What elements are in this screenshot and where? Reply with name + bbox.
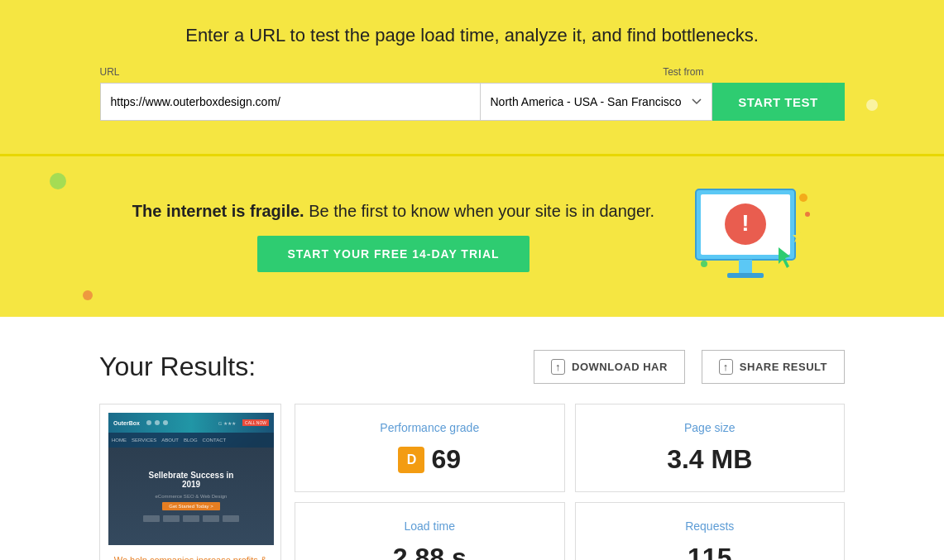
screenshot-footer-text: We help companies	[114, 555, 196, 560]
requests-value: 115	[592, 543, 828, 560]
svg-point-7	[799, 194, 807, 202]
hero-section: Enter a URL to test the page load time, …	[0, 0, 944, 154]
url-form: North America - USA - San Francisco Nort…	[100, 83, 845, 121]
share-result-label: SHARE RESULT	[740, 361, 827, 373]
performance-grade-number: 69	[431, 444, 461, 475]
results-title: Your Results:	[99, 352, 517, 382]
results-grid: OuterBox G ★★★ CALL NOW HOME SERVICES AB…	[99, 404, 845, 560]
svg-text:!: !	[742, 210, 750, 236]
download-har-button[interactable]: ↑ DOWNLOAD HAR	[534, 350, 685, 384]
requests-label: Requests	[592, 519, 828, 533]
deco-dot	[822, 83, 828, 89]
requests-number: 115	[688, 543, 731, 560]
svg-point-8	[805, 212, 810, 217]
screenshot-cta: Get Started Today >	[162, 502, 219, 510]
grade-badge: D	[398, 447, 424, 473]
share-icon: ↑	[719, 359, 733, 375]
screenshot-subtext: eCommerce SEO & Web Design	[156, 494, 228, 499]
location-select[interactable]: North America - USA - San Francisco Nort…	[481, 83, 712, 121]
screenshot-headline: Sellebrate Success in2019	[149, 471, 234, 489]
performance-grade-value: D 69	[312, 444, 548, 475]
screenshot-logos	[143, 515, 239, 522]
screenshot-card: OuterBox G ★★★ CALL NOW HOME SERVICES AB…	[99, 404, 281, 560]
load-time-number: 2.88 s	[393, 543, 467, 560]
screenshot-content: Sellebrate Success in2019 eCommerce SEO …	[108, 448, 274, 545]
load-time-value: 2.88 s	[312, 543, 548, 560]
screenshot-header-bar: OuterBox G ★★★ CALL NOW	[108, 413, 274, 433]
load-time-label: Load time	[312, 519, 548, 533]
banner-headline: The internet is fragile. Be the first to…	[132, 202, 654, 221]
banner-cta-button[interactable]: START YOUR FREE 14-DAY TRIAL	[257, 236, 529, 272]
metrics-grid: Performance grade D 69 Page size 3.4 MB …	[295, 404, 845, 560]
deco-dot	[866, 99, 878, 111]
svg-point-9	[701, 261, 707, 267]
banner-section: The internet is fragile. Be the first to…	[0, 154, 944, 317]
metric-card-performance: Performance grade D 69	[295, 404, 565, 492]
svg-rect-5	[727, 273, 764, 278]
metric-card-loadtime: Load time 2.88 s	[295, 502, 565, 560]
page-size-label: Page size	[592, 421, 828, 434]
metric-card-requests: Requests 115	[575, 502, 846, 560]
banner-headline-bold: The internet is fragile.	[132, 202, 304, 220]
results-header: Your Results: ↑ DOWNLOAD HAR ↑ SHARE RES…	[99, 350, 845, 384]
share-result-button[interactable]: ↑ SHARE RESULT	[702, 350, 845, 384]
url-label: URL	[100, 66, 120, 78]
deco-circle	[50, 173, 66, 189]
hero-title: Enter a URL to test the page load time, …	[17, 25, 927, 46]
monitor-illustration: !	[688, 181, 812, 292]
banner-text: The internet is fragile. Be the first to…	[132, 202, 654, 272]
url-input[interactable]	[100, 83, 481, 121]
test-from-label: Test from	[663, 66, 703, 78]
performance-grade-label: Performance grade	[312, 421, 548, 434]
screenshot-nav: HOME SERVICES ABOUT BLOG CONTACT	[108, 433, 274, 448]
results-section: Your Results: ↑ DOWNLOAD HAR ↑ SHARE RES…	[0, 317, 944, 560]
metric-card-pagesize: Page size 3.4 MB	[575, 404, 846, 492]
deco-circle	[83, 290, 93, 300]
banner-headline-rest: Be the first to know when your site is i…	[304, 202, 655, 220]
page-size-number: 3.4 MB	[667, 444, 752, 475]
screenshot-image: OuterBox G ★★★ CALL NOW HOME SERVICES AB…	[108, 413, 274, 545]
svg-rect-4	[739, 260, 752, 273]
screenshot-footer: We help companies increase profits & gro…	[108, 552, 272, 560]
download-icon: ↑	[551, 359, 565, 375]
download-har-label: DOWNLOAD HAR	[572, 361, 668, 373]
page-size-value: 3.4 MB	[592, 444, 828, 475]
screenshot-overlay: OuterBox G ★★★ CALL NOW HOME SERVICES AB…	[108, 413, 274, 545]
